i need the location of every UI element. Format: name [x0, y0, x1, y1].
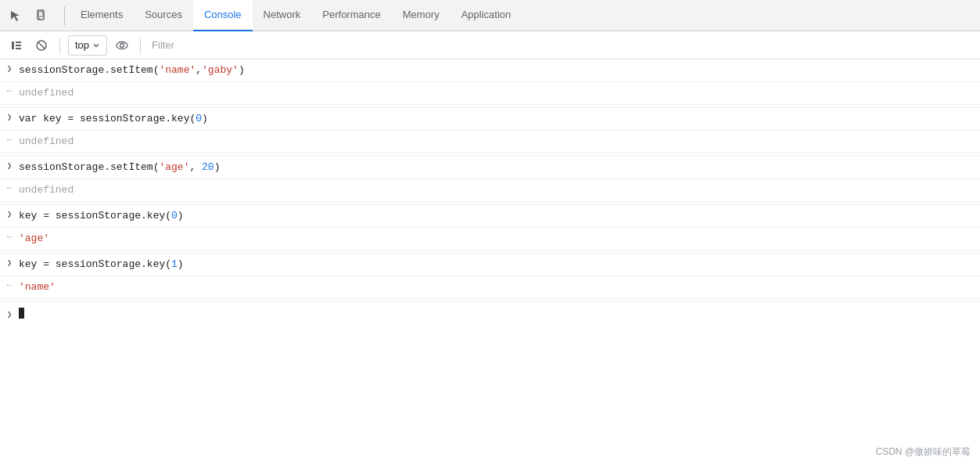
input-arrow: ❯: [0, 110, 19, 122]
console-line-content: key = sessionStorage.key(1): [19, 256, 974, 273]
devtools-icons: [6, 6, 50, 25]
console-row: ❯ var key = sessionStorage.key(0): [0, 108, 980, 131]
clear-console-button[interactable]: [6, 35, 27, 56]
svg-rect-3: [12, 41, 14, 49]
tab-network[interactable]: Network: [253, 0, 312, 31]
context-selector[interactable]: top: [68, 35, 107, 56]
tab-sources[interactable]: Sources: [134, 0, 193, 31]
tab-separator-1: [64, 6, 65, 25]
input-arrow: ❯: [0, 256, 19, 268]
svg-line-8: [38, 41, 45, 49]
cursor: [19, 308, 24, 319]
filter-input[interactable]: [149, 38, 974, 52]
svg-rect-2: [38, 12, 43, 16]
console-row: ← undefined: [0, 131, 980, 153]
console-row: ← undefined: [0, 82, 980, 105]
tab-memory[interactable]: Memory: [392, 0, 451, 31]
toolbar-separator-1: [59, 38, 60, 53]
block-icon[interactable]: [31, 35, 52, 56]
output-arrow: ←: [0, 182, 19, 193]
svg-point-10: [120, 43, 124, 47]
svg-rect-4: [16, 41, 21, 43]
input-arrow: ❯: [0, 159, 19, 171]
eye-icon-button[interactable]: [112, 35, 132, 56]
output-arrow: ←: [0, 279, 19, 290]
input-arrow: ❯: [0, 207, 19, 219]
console-line-content: sessionStorage.setItem('age', 20): [19, 159, 974, 176]
console-row: ← undefined: [0, 179, 980, 202]
console-line-content: 'age': [19, 230, 974, 247]
console-row: ❯ key = sessionStorage.key(1): [0, 254, 980, 276]
svg-rect-5: [16, 45, 21, 46]
input-arrow: ❯: [0, 308, 19, 319]
tab-application[interactable]: Application: [451, 0, 522, 31]
svg-point-9: [117, 41, 127, 49]
svg-rect-6: [16, 48, 21, 49]
console-line-content: undefined: [19, 182, 974, 199]
device-toggle-icon[interactable]: [31, 6, 50, 25]
chevron-down-icon: [92, 41, 100, 49]
console-output: ❯ sessionStorage.setItem('name','gaby') …: [0, 59, 980, 465]
console-line-content: undefined: [19, 85, 974, 102]
console-input-row[interactable]: ❯: [0, 302, 980, 324]
watermark: CSDN @傲娇味的草莓: [875, 445, 971, 459]
input-arrow: ❯: [0, 62, 19, 74]
tab-console[interactable]: Console: [193, 0, 253, 31]
output-arrow: ←: [0, 133, 19, 144]
console-line-content: key = sessionStorage.key(0): [19, 207, 974, 225]
output-arrow: ←: [0, 230, 19, 241]
svg-rect-1: [38, 18, 40, 19]
console-row: ← 'name': [0, 276, 980, 299]
eye-icon: [116, 39, 128, 52]
console-row: ❯ key = sessionStorage.key(0): [0, 205, 980, 228]
tab-elements[interactable]: Elements: [70, 0, 134, 31]
console-row: ← 'age': [0, 228, 980, 251]
output-arrow: ←: [0, 85, 19, 96]
tab-bar: Elements Sources Console Network Perform…: [0, 0, 980, 31]
console-toolbar: top: [0, 31, 980, 59]
console-row: ❯ sessionStorage.setItem('age', 20): [0, 157, 980, 179]
console-line-content: undefined: [19, 133, 974, 150]
console-row: ❯ sessionStorage.setItem('name','gaby'): [0, 59, 980, 82]
cursor-icon[interactable]: [6, 6, 25, 25]
console-line-content: var key = sessionStorage.key(0): [19, 110, 974, 128]
tab-performance[interactable]: Performance: [311, 0, 391, 31]
console-line-content: sessionStorage.setItem('name','gaby'): [19, 62, 974, 79]
toolbar-separator-2: [140, 38, 141, 53]
console-line-content: 'name': [19, 279, 974, 296]
